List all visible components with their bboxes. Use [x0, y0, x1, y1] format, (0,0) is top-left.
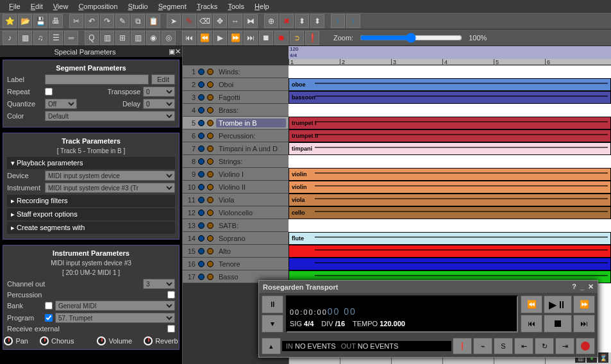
- mute-led-icon[interactable]: [198, 69, 205, 75]
- program-select[interactable]: 57. Trumpet: [55, 313, 175, 323]
- move-icon[interactable]: ✥: [213, 14, 227, 28]
- rec-led-icon[interactable]: [207, 235, 213, 242]
- edit-button[interactable]: Edit: [151, 74, 175, 85]
- audio-icon[interactable]: ◎: [162, 31, 176, 45]
- tp-stop-icon[interactable]: ⏹: [544, 315, 572, 333]
- percussion-checkbox[interactable]: [167, 291, 175, 299]
- tp-start-icon[interactable]: ⏮: [521, 315, 542, 333]
- split-icon[interactable]: ⧓: [244, 14, 258, 28]
- rec-led-icon[interactable]: [207, 197, 213, 203]
- delete-track-icon[interactable]: ✖: [280, 14, 294, 28]
- menu-edit[interactable]: Edit: [26, 1, 48, 12]
- tool-icon[interactable]: ✎: [115, 14, 130, 28]
- redo-icon[interactable]: ↷: [100, 14, 114, 28]
- device-select[interactable]: MIDI input system device: [45, 170, 175, 181]
- zoom-slider[interactable]: [360, 33, 462, 43]
- track-row[interactable]: 9Violino I: [183, 168, 289, 181]
- tp-loop-icon[interactable]: ↻: [535, 338, 554, 354]
- paste-icon[interactable]: 📋: [146, 14, 160, 28]
- menu-view[interactable]: View: [48, 1, 74, 12]
- menu-tracks[interactable]: Tracks: [192, 1, 223, 12]
- playback-section[interactable]: Playback parameters: [7, 157, 175, 169]
- close-icon[interactable]: ✕: [175, 47, 181, 56]
- eraser-icon[interactable]: ⌫: [197, 14, 212, 28]
- rec-led-icon[interactable]: [207, 107, 213, 113]
- delay-select[interactable]: 0: [143, 99, 175, 109]
- rec-led-icon[interactable]: [207, 184, 213, 190]
- rewind-start-icon[interactable]: ⏮: [182, 31, 196, 45]
- segment[interactable]: cello: [289, 206, 611, 219]
- rec-led-icon[interactable]: [207, 145, 213, 152]
- rec-led-icon[interactable]: [207, 222, 213, 229]
- dock-icon[interactable]: ▣: [169, 47, 175, 56]
- resize-icon[interactable]: ↔: [228, 14, 242, 28]
- tp-metronome-icon[interactable]: ⌁: [473, 338, 492, 354]
- track-row[interactable]: 8Strings:: [183, 155, 289, 168]
- track-up-icon[interactable]: ⬍: [295, 14, 309, 28]
- open-icon[interactable]: 📂: [18, 14, 32, 28]
- channel-select[interactable]: 3: [143, 279, 175, 289]
- knob-chorus[interactable]: Chorus: [40, 336, 74, 345]
- print-icon[interactable]: 🖶: [49, 14, 63, 28]
- rec-led-icon[interactable]: [207, 171, 213, 178]
- panic-icon[interactable]: ❗: [305, 31, 319, 45]
- mute-led-icon[interactable]: [198, 235, 205, 242]
- matrix-icon[interactable]: ▦: [18, 31, 32, 45]
- segment[interactable]: trumpet I: [289, 117, 611, 129]
- tp-loop-end-icon[interactable]: ⇥: [555, 338, 574, 354]
- mute-icon[interactable]: ⁝: [331, 14, 345, 28]
- knob-volume[interactable]: Volume: [97, 336, 132, 345]
- create-section[interactable]: Create segments with: [7, 222, 175, 234]
- menu-studio[interactable]: Studio: [123, 1, 153, 12]
- program-checkbox[interactable]: [45, 314, 53, 322]
- instrument-select[interactable]: MIDI input system device #3 (Tr: [45, 183, 175, 193]
- recording-section[interactable]: Recording filters: [7, 195, 175, 207]
- mute-led-icon[interactable]: [198, 222, 205, 229]
- mute-led-icon[interactable]: [198, 94, 205, 101]
- rec-led-icon[interactable]: [207, 120, 213, 126]
- ffwd-end-icon[interactable]: ⏭: [244, 31, 258, 45]
- color-select[interactable]: Default: [45, 111, 175, 121]
- save-icon[interactable]: 💾: [33, 14, 47, 28]
- rec-led-icon[interactable]: [207, 158, 213, 165]
- rec-led-icon[interactable]: [207, 133, 213, 139]
- tp-end-icon[interactable]: ⏭: [573, 315, 595, 333]
- segment[interactable]: trumpet II: [289, 129, 611, 142]
- minimize-icon[interactable]: _: [580, 283, 584, 291]
- tp-rewind-icon[interactable]: ⏪: [521, 295, 542, 313]
- rec-led-icon[interactable]: [207, 248, 213, 254]
- quantize-icon[interactable]: Q: [85, 31, 99, 45]
- close-icon[interactable]: ✕: [588, 283, 594, 291]
- transpose-select[interactable]: 0: [143, 87, 175, 97]
- pause-icon[interactable]: ⏸: [262, 295, 283, 313]
- tp-record-icon[interactable]: [576, 338, 595, 354]
- menu-segment[interactable]: Segment: [153, 1, 192, 12]
- segment[interactable]: [289, 245, 611, 258]
- ruler[interactable]: 120 4/4 123456: [289, 46, 611, 65]
- menu-tools[interactable]: Tools: [222, 1, 249, 12]
- rec-led-icon[interactable]: [207, 210, 213, 216]
- collapse-icon[interactable]: ▾: [262, 315, 283, 333]
- undo-icon[interactable]: ↶: [85, 14, 99, 28]
- track-row[interactable]: 15Alto: [183, 245, 289, 258]
- track-row[interactable]: 6Percussion:: [183, 129, 289, 142]
- mute-led-icon[interactable]: [198, 145, 205, 152]
- mute-led-icon[interactable]: [198, 261, 205, 267]
- new-icon[interactable]: ⭐: [3, 14, 17, 28]
- receive-checkbox[interactable]: [167, 325, 175, 333]
- pointer-icon[interactable]: ➤: [167, 14, 181, 28]
- keyboard-icon[interactable]: ▥: [131, 31, 145, 45]
- help-icon[interactable]: ?: [572, 283, 576, 291]
- rec-led-icon[interactable]: [207, 69, 213, 75]
- mute-led-icon[interactable]: [198, 133, 205, 139]
- solo-icon[interactable]: ⁝: [346, 14, 360, 28]
- mute-led-icon[interactable]: [198, 197, 205, 203]
- tp-play-icon[interactable]: ▶⏸: [544, 295, 572, 313]
- repeat-checkbox[interactable]: [45, 88, 53, 95]
- cut-icon[interactable]: ✂: [69, 14, 83, 28]
- knob-reverb[interactable]: Reverb: [144, 336, 178, 345]
- track-row[interactable]: 12Violoncello: [183, 206, 289, 219]
- pencil-icon[interactable]: ✎: [182, 14, 196, 28]
- transport-titlebar[interactable]: Rosegarden Transport ? _ ✕: [259, 281, 598, 293]
- segment[interactable]: violin: [289, 181, 611, 194]
